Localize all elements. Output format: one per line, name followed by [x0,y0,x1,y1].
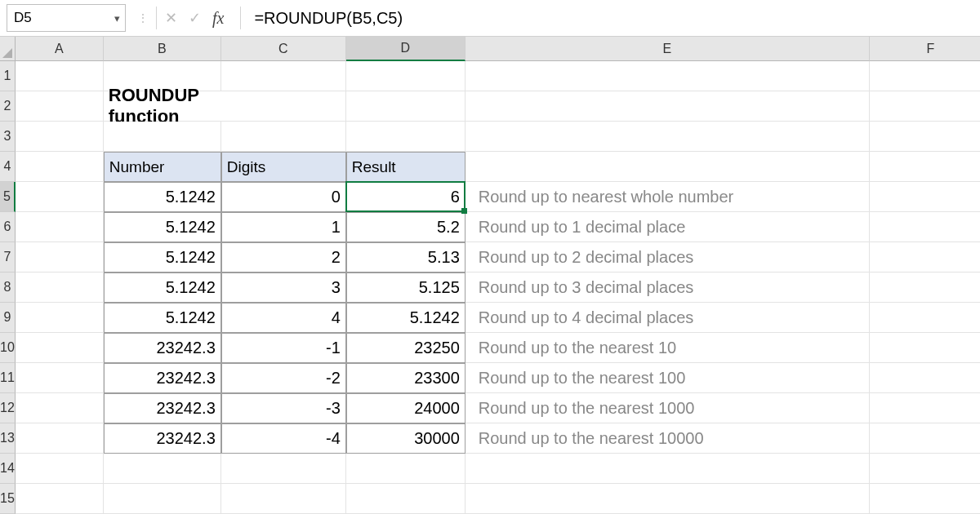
cell[interactable] [16,303,104,333]
cell[interactable] [466,61,870,91]
cell[interactable] [870,454,980,484]
column-header[interactable]: C [221,37,346,61]
cell[interactable] [346,91,466,122]
cell[interactable] [104,484,221,514]
table-header-number[interactable]: Number [104,152,221,182]
cell-digits[interactable]: 0 [221,182,346,212]
cell-description[interactable]: Round up to the nearest 1000 [466,393,870,423]
cell[interactable] [221,454,346,484]
cell-digits[interactable]: -3 [221,393,346,423]
cell[interactable] [16,484,104,514]
cell[interactable] [466,122,870,152]
cell-description[interactable]: Round up to 2 decimal places [466,242,870,273]
row-header[interactable]: 10 [0,333,16,363]
cell-result[interactable]: 6 [346,182,466,212]
cell[interactable] [16,273,104,303]
cell[interactable] [221,91,346,122]
cell-result[interactable]: 5.2 [346,212,466,242]
column-header[interactable]: A [16,37,104,61]
cell-description[interactable]: Round up to 4 decimal places [466,303,870,333]
cell-number[interactable]: 23242.3 [104,423,221,454]
cell[interactable] [104,122,221,152]
cell[interactable] [870,91,980,122]
cell[interactable] [870,152,980,182]
row-header[interactable]: 7 [0,242,16,273]
cell-description[interactable]: Round up to nearest whole number [466,182,870,212]
cell-number[interactable]: 5.1242 [104,242,221,273]
cancel-icon[interactable]: ✕ [165,9,177,27]
cell-digits[interactable]: -4 [221,423,346,454]
cell-description[interactable]: Round up to the nearest 100 [466,363,870,393]
cell-number[interactable]: 5.1242 [104,182,221,212]
cell-result[interactable]: 30000 [346,423,466,454]
cell[interactable] [16,122,104,152]
cell-result[interactable]: 5.125 [346,273,466,303]
cell-result[interactable]: 23250 [346,333,466,363]
cell[interactable] [870,212,980,242]
cell[interactable] [870,303,980,333]
cell[interactable] [466,484,870,514]
row-header[interactable]: 14 [0,454,16,484]
table-header-digits[interactable]: Digits [221,152,346,182]
cell[interactable] [221,484,346,514]
cell[interactable] [346,484,466,514]
fx-icon[interactable]: fx [212,9,224,28]
cell[interactable] [870,363,980,393]
drag-handle-icon[interactable]: ⋮ [137,11,148,24]
cell-number[interactable]: 5.1242 [104,212,221,242]
cell[interactable] [16,152,104,182]
cell[interactable] [466,152,870,182]
column-header[interactable]: D [346,37,466,61]
cell-digits[interactable]: -1 [221,333,346,363]
row-header[interactable]: 6 [0,212,16,242]
column-header[interactable]: F [870,37,980,61]
cell-number[interactable]: 5.1242 [104,273,221,303]
cell[interactable] [870,242,980,273]
cell-digits[interactable]: 4 [221,303,346,333]
cell-description[interactable]: Round up to the nearest 10 [466,333,870,363]
cell-digits[interactable]: -2 [221,363,346,393]
cell-result[interactable]: 5.13 [346,242,466,273]
cell[interactable] [870,61,980,91]
row-header[interactable]: 11 [0,363,16,393]
row-header[interactable]: 13 [0,423,16,454]
cell[interactable] [346,61,466,91]
cell-result[interactable]: 24000 [346,393,466,423]
name-box[interactable]: D5 ▾ [7,4,126,32]
cell[interactable] [346,122,466,152]
cell[interactable] [870,484,980,514]
cell-digits[interactable]: 2 [221,242,346,273]
table-header-result[interactable]: Result [346,152,466,182]
cell[interactable] [16,423,104,454]
cell[interactable] [16,333,104,363]
cell[interactable] [870,273,980,303]
cell-number[interactable]: 5.1242 [104,303,221,333]
cell[interactable] [870,122,980,152]
cell[interactable] [466,454,870,484]
cell[interactable] [870,393,980,423]
cell-result[interactable]: 5.1242 [346,303,466,333]
row-header[interactable]: 8 [0,273,16,303]
cell[interactable] [16,393,104,423]
enter-icon[interactable]: ✓ [189,9,201,27]
cell[interactable] [16,182,104,212]
row-header[interactable]: 3 [0,122,16,152]
page-title[interactable]: ROUNDUP function [104,91,221,122]
select-all-corner[interactable] [0,37,16,61]
cell-description[interactable]: Round up to 1 decimal place [466,212,870,242]
cell-number[interactable]: 23242.3 [104,333,221,363]
chevron-down-icon[interactable]: ▾ [114,12,120,24]
cell[interactable] [221,61,346,91]
cell[interactable] [346,454,466,484]
cell[interactable] [870,182,980,212]
cell[interactable] [16,212,104,242]
cell[interactable] [466,91,870,122]
column-header[interactable]: E [466,37,870,61]
cell[interactable] [16,242,104,273]
row-header[interactable]: 12 [0,393,16,423]
column-header[interactable]: B [104,37,221,61]
row-header[interactable]: 4 [0,152,16,182]
row-header[interactable]: 2 [0,91,16,122]
cell-digits[interactable]: 1 [221,212,346,242]
cell[interactable] [870,423,980,454]
